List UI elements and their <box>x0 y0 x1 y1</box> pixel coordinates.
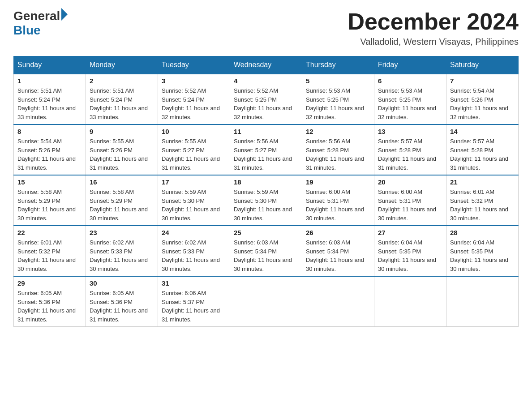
calendar-cell: 17 Sunrise: 5:59 AM Sunset: 5:30 PM Dayl… <box>158 175 230 226</box>
daylight-text: Daylight: 11 hours and 31 minutes. <box>162 155 220 171</box>
sunrise-text: Sunrise: 6:02 AM <box>90 239 134 246</box>
day-number: 7 <box>450 77 515 85</box>
calendar-cell: 31 Sunrise: 6:06 AM Sunset: 5:37 PM Dayl… <box>158 276 230 327</box>
calendar-cell: 30 Sunrise: 6:05 AM Sunset: 5:36 PM Dayl… <box>86 276 158 327</box>
sunrise-text: Sunrise: 5:53 AM <box>378 87 422 94</box>
daylight-text: Daylight: 11 hours and 32 minutes. <box>450 105 508 120</box>
day-info: Sunrise: 5:58 AM Sunset: 5:29 PM Dayligh… <box>17 188 82 223</box>
calendar-cell: 24 Sunrise: 6:02 AM Sunset: 5:33 PM Dayl… <box>158 226 230 276</box>
calendar-cell: 18 Sunrise: 5:59 AM Sunset: 5:30 PM Dayl… <box>230 175 302 226</box>
sunrise-text: Sunrise: 6:05 AM <box>90 290 134 296</box>
title-section: December 2024 Valladolid, Western Visaya… <box>348 9 519 47</box>
calendar-cell: 13 Sunrise: 5:57 AM Sunset: 5:28 PM Dayl… <box>374 124 446 175</box>
day-number: 23 <box>90 229 154 236</box>
day-number: 22 <box>17 229 82 236</box>
daylight-text: Daylight: 11 hours and 33 minutes. <box>90 105 148 120</box>
sunrise-text: Sunrise: 5:58 AM <box>90 188 134 195</box>
sunset-text: Sunset: 5:28 PM <box>378 147 421 154</box>
daylight-text: Daylight: 11 hours and 30 minutes. <box>17 257 76 272</box>
day-number: 5 <box>306 77 370 85</box>
day-info: Sunrise: 5:51 AM Sunset: 5:24 PM Dayligh… <box>17 86 82 121</box>
calendar-header-thursday: Thursday <box>302 56 374 74</box>
day-number: 4 <box>234 77 298 85</box>
calendar-week-row: 29 Sunrise: 6:05 AM Sunset: 5:36 PM Dayl… <box>14 276 519 327</box>
day-number: 15 <box>17 178 82 186</box>
day-number: 13 <box>378 128 442 135</box>
day-info: Sunrise: 5:53 AM Sunset: 5:25 PM Dayligh… <box>306 86 370 121</box>
calendar-cell: 28 Sunrise: 6:04 AM Sunset: 5:35 PM Dayl… <box>446 226 519 276</box>
sunset-text: Sunset: 5:26 PM <box>17 147 60 154</box>
calendar-cell <box>230 276 302 327</box>
day-number: 31 <box>162 279 226 287</box>
calendar-cell <box>446 276 519 327</box>
day-info: Sunrise: 6:01 AM Sunset: 5:32 PM Dayligh… <box>450 188 515 223</box>
sunset-text: Sunset: 5:30 PM <box>234 197 277 204</box>
sunrise-text: Sunrise: 5:53 AM <box>306 87 350 94</box>
sunset-text: Sunset: 5:32 PM <box>17 248 60 255</box>
calendar-cell: 9 Sunrise: 5:55 AM Sunset: 5:26 PM Dayli… <box>86 124 158 175</box>
day-info: Sunrise: 5:53 AM Sunset: 5:25 PM Dayligh… <box>378 86 442 121</box>
calendar-week-row: 8 Sunrise: 5:54 AM Sunset: 5:26 PM Dayli… <box>14 124 519 175</box>
logo-top: General <box>13 9 68 23</box>
day-number: 17 <box>162 178 226 186</box>
daylight-text: Daylight: 11 hours and 30 minutes. <box>234 206 292 222</box>
sunrise-text: Sunrise: 5:59 AM <box>234 188 278 195</box>
day-info: Sunrise: 5:51 AM Sunset: 5:24 PM Dayligh… <box>90 86 154 121</box>
sunrise-text: Sunrise: 5:57 AM <box>378 138 422 145</box>
sunrise-text: Sunrise: 5:52 AM <box>162 87 206 94</box>
day-info: Sunrise: 5:57 AM Sunset: 5:28 PM Dayligh… <box>378 137 442 172</box>
day-number: 18 <box>234 178 298 186</box>
calendar-header-tuesday: Tuesday <box>158 56 230 74</box>
sunset-text: Sunset: 5:36 PM <box>90 299 133 305</box>
day-info: Sunrise: 5:52 AM Sunset: 5:24 PM Dayligh… <box>162 86 226 121</box>
day-number: 3 <box>162 77 226 85</box>
sunrise-text: Sunrise: 5:51 AM <box>17 87 62 94</box>
day-info: Sunrise: 6:01 AM Sunset: 5:32 PM Dayligh… <box>17 238 82 273</box>
calendar-header-friday: Friday <box>374 56 446 74</box>
daylight-text: Daylight: 11 hours and 30 minutes. <box>306 206 364 222</box>
daylight-text: Daylight: 11 hours and 30 minutes. <box>90 206 148 222</box>
sunrise-text: Sunrise: 5:52 AM <box>234 87 278 94</box>
sunrise-text: Sunrise: 6:03 AM <box>234 239 278 246</box>
sunset-text: Sunset: 5:29 PM <box>90 197 133 204</box>
sunset-text: Sunset: 5:25 PM <box>234 96 277 103</box>
daylight-text: Daylight: 11 hours and 30 minutes. <box>234 257 292 272</box>
sunrise-text: Sunrise: 5:55 AM <box>90 138 134 145</box>
sunset-text: Sunset: 5:36 PM <box>17 299 60 305</box>
daylight-text: Daylight: 11 hours and 31 minutes. <box>17 155 76 171</box>
sunset-text: Sunset: 5:27 PM <box>234 147 277 154</box>
day-info: Sunrise: 5:55 AM Sunset: 5:26 PM Dayligh… <box>90 137 154 172</box>
calendar-cell: 4 Sunrise: 5:52 AM Sunset: 5:25 PM Dayli… <box>230 74 302 124</box>
day-info: Sunrise: 5:56 AM Sunset: 5:27 PM Dayligh… <box>234 137 298 172</box>
day-info: Sunrise: 5:52 AM Sunset: 5:25 PM Dayligh… <box>234 86 298 121</box>
sunset-text: Sunset: 5:27 PM <box>162 147 205 154</box>
day-number: 6 <box>378 77 442 85</box>
sunrise-text: Sunrise: 6:01 AM <box>17 239 62 246</box>
calendar-header-saturday: Saturday <box>446 56 519 74</box>
sunrise-text: Sunrise: 5:58 AM <box>17 188 62 195</box>
daylight-text: Daylight: 11 hours and 31 minutes. <box>306 155 364 171</box>
sunset-text: Sunset: 5:33 PM <box>90 248 133 255</box>
page-header: General Blue December 2024 Valladolid, W… <box>13 9 519 47</box>
day-info: Sunrise: 5:57 AM Sunset: 5:28 PM Dayligh… <box>450 137 515 172</box>
calendar-cell <box>374 276 446 327</box>
daylight-text: Daylight: 11 hours and 30 minutes. <box>306 257 364 272</box>
location-title: Valladolid, Western Visayas, Philippines <box>348 37 519 47</box>
day-info: Sunrise: 5:54 AM Sunset: 5:26 PM Dayligh… <box>17 137 82 172</box>
day-info: Sunrise: 5:59 AM Sunset: 5:30 PM Dayligh… <box>234 188 298 223</box>
sunset-text: Sunset: 5:28 PM <box>306 147 349 154</box>
sunrise-text: Sunrise: 5:54 AM <box>17 138 62 145</box>
day-info: Sunrise: 5:59 AM Sunset: 5:30 PM Dayligh… <box>162 188 226 223</box>
sunrise-text: Sunrise: 5:56 AM <box>306 138 350 145</box>
day-info: Sunrise: 5:54 AM Sunset: 5:26 PM Dayligh… <box>450 86 515 121</box>
calendar-cell: 15 Sunrise: 5:58 AM Sunset: 5:29 PM Dayl… <box>14 175 86 226</box>
sunset-text: Sunset: 5:26 PM <box>90 147 133 154</box>
calendar-cell: 8 Sunrise: 5:54 AM Sunset: 5:26 PM Dayli… <box>14 124 86 175</box>
day-info: Sunrise: 6:00 AM Sunset: 5:31 PM Dayligh… <box>378 188 442 223</box>
day-info: Sunrise: 5:56 AM Sunset: 5:28 PM Dayligh… <box>306 137 370 172</box>
sunrise-text: Sunrise: 6:05 AM <box>17 290 62 296</box>
sunrise-text: Sunrise: 6:00 AM <box>306 188 350 195</box>
sunrise-text: Sunrise: 6:00 AM <box>378 188 422 195</box>
sunset-text: Sunset: 5:31 PM <box>378 197 421 204</box>
sunset-text: Sunset: 5:26 PM <box>450 96 493 103</box>
